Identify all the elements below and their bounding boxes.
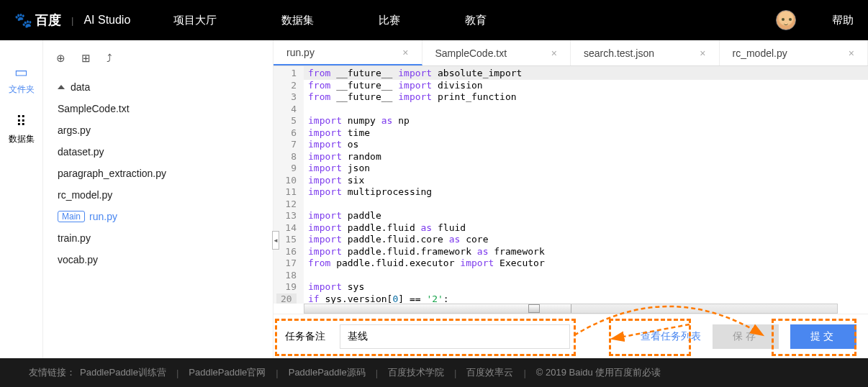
file-item[interactable]: args.py [53, 119, 263, 141]
main-tag: Main [58, 211, 85, 222]
horizontal-scrollbar[interactable] [304, 304, 838, 314]
tab-label: run.py [286, 47, 315, 58]
logo-baidu-text: 百度 [35, 12, 61, 29]
grid-icon: ⠿ [0, 113, 42, 130]
collapse-handle-icon[interactable] [272, 231, 279, 250]
nav-right: 帮助 [776, 10, 854, 30]
footer-link[interactable]: PaddlePaddle训练营 [80, 366, 166, 379]
file-item[interactable]: vocab.py [53, 249, 263, 270]
view-tasks-link[interactable]: 查看任务列表 [641, 330, 701, 343]
close-icon[interactable]: × [700, 47, 705, 59]
file-item[interactable]: rc_model.py [53, 184, 263, 206]
tab-search-test[interactable]: search.test.json × [571, 40, 720, 65]
footer-link[interactable]: PaddlePaddle官网 [189, 366, 266, 379]
code-content[interactable]: from __future__ import absolute_importfr… [304, 66, 868, 304]
sidebar-tab-datasets[interactable]: ⠿ 数据集 [0, 104, 42, 154]
task-note-input[interactable] [340, 324, 570, 349]
close-icon[interactable]: × [849, 47, 854, 59]
folder-icon: ▭ [0, 63, 42, 81]
footer-copyright: © 2019 Baidu 使用百度前必读 [536, 366, 661, 379]
nav-projects[interactable]: 项目大厅 [173, 14, 217, 27]
footer-prefix: 友情链接： [29, 366, 76, 379]
logo-area[interactable]: 🐾 百度 | AI Studio [14, 12, 130, 29]
avatar[interactable] [776, 10, 796, 30]
file-item[interactable]: dataset.py [53, 141, 263, 163]
file-item[interactable]: paragraph_extraction.py [53, 163, 263, 184]
paw-icon: 🐾 [14, 12, 32, 29]
nav-items: 项目大厅 数据集 比赛 教育 [173, 14, 487, 27]
file-panel: ⊕ ⊞ ⤴ data SampleCode.txt args.py datase… [43, 40, 273, 358]
file-folder-data[interactable]: data [53, 76, 263, 98]
file-item-main[interactable]: Main run.py [53, 206, 263, 227]
logo-studio-text: AI Studio [83, 14, 130, 27]
tab-label: search.test.json [584, 47, 654, 59]
submit-button[interactable]: 提交 [790, 324, 856, 349]
editor-tabs: run.py × SampleCode.txt × search.test.js… [273, 40, 868, 66]
logo-baidu: 🐾 百度 [14, 12, 61, 29]
footer-link[interactable]: PaddlePaddle源码 [289, 366, 366, 379]
task-note-label: 任务备注 [285, 330, 325, 343]
footer-link[interactable]: 百度技术学院 [388, 366, 444, 379]
main-area: ▭ 文件夹 ⠿ 数据集 ⊕ ⊞ ⤴ data SampleCode.txt ar… [0, 40, 868, 358]
code-gutter: 1234567891011121314151617181920 ▸2122232… [273, 66, 304, 304]
file-item[interactable]: train.py [53, 227, 263, 249]
nav-help[interactable]: 帮助 [832, 14, 854, 27]
tab-rc-model[interactable]: rc_model.py × [720, 40, 869, 65]
footer: 友情链接： PaddlePaddle训练营| PaddlePaddle官网| P… [0, 358, 868, 387]
newfile-icon[interactable]: ⊕ [56, 52, 65, 65]
top-nav: 🐾 百度 | AI Studio 项目大厅 数据集 比赛 教育 帮助 [0, 0, 868, 40]
action-bar: 任务备注 查看任务列表 保存 提交 [273, 314, 868, 358]
file-list: data SampleCode.txt args.py dataset.py p… [43, 76, 273, 270]
code-editor[interactable]: 1234567891011121314151617181920 ▸2122232… [273, 66, 868, 304]
tab-samplecode[interactable]: SampleCode.txt × [422, 40, 571, 65]
tab-label: SampleCode.txt [435, 47, 507, 59]
sidebar-files-label: 文件夹 [9, 84, 35, 94]
footer-link[interactable]: 百度效率云 [466, 366, 513, 379]
logo-divider: | [71, 15, 73, 26]
nav-education[interactable]: 教育 [465, 14, 487, 27]
tab-label: rc_model.py [733, 47, 787, 59]
file-item[interactable]: SampleCode.txt [53, 98, 263, 119]
close-icon[interactable]: × [551, 47, 557, 59]
scrollbar-thumb[interactable] [528, 304, 540, 313]
nav-datasets[interactable]: 数据集 [281, 14, 314, 27]
icon-sidebar: ▭ 文件夹 ⠿ 数据集 [0, 40, 43, 358]
sidebar-datasets-label: 数据集 [9, 134, 35, 144]
editor-area: run.py × SampleCode.txt × search.test.js… [273, 40, 868, 358]
close-icon[interactable]: × [402, 47, 408, 58]
upload-icon[interactable]: ⤴ [107, 52, 112, 65]
newfolder-icon[interactable]: ⊞ [81, 52, 91, 65]
sidebar-tab-files[interactable]: ▭ 文件夹 [0, 55, 42, 104]
save-button[interactable]: 保存 [713, 324, 779, 349]
tab-run-py[interactable]: run.py × [273, 40, 422, 65]
main-file-name: run.py [89, 211, 117, 222]
file-toolbar: ⊕ ⊞ ⤴ [43, 49, 273, 76]
nav-competitions[interactable]: 比赛 [379, 14, 400, 27]
